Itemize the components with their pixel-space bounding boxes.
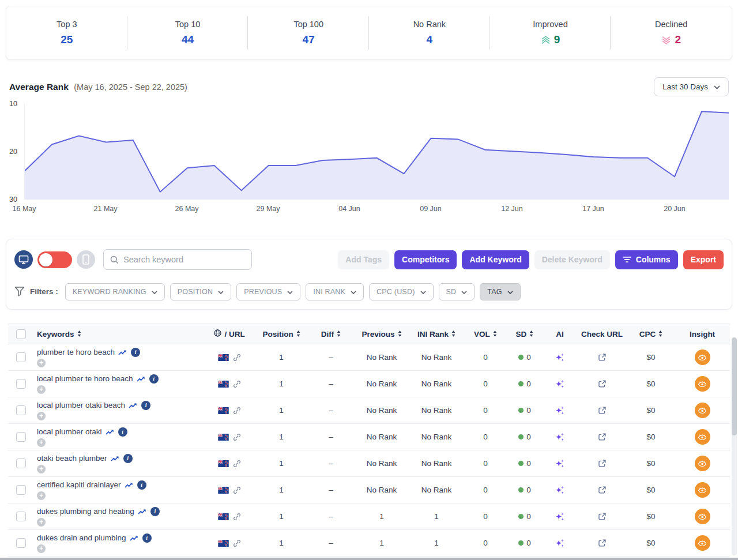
link-icon[interactable] [233,539,241,547]
sort-icon[interactable] [398,330,402,339]
sort-icon[interactable] [658,330,662,339]
add-tag-plus-icon[interactable]: + [37,359,46,367]
insight-eye-icon[interactable] [695,349,710,365]
ai-sparkles-icon[interactable] [555,512,565,522]
keyword-text[interactable]: local plumber otaki beach [37,401,125,409]
keyword-text[interactable]: local plumber otaki [37,427,102,436]
info-icon[interactable]: i [150,507,160,516]
trending-up-icon[interactable] [111,455,120,462]
external-link-icon[interactable] [598,539,607,547]
keyword-text[interactable]: dukes plumbing and heating [37,507,134,516]
insight-eye-icon[interactable] [695,429,710,445]
insight-eye-icon[interactable] [695,403,710,418]
info-icon[interactable]: i [137,480,146,490]
insight-eye-icon[interactable] [695,535,710,551]
ai-sparkles-icon[interactable] [555,405,565,416]
sort-icon[interactable] [77,330,81,339]
add-keyword-button[interactable]: Add Keyword [462,250,529,269]
insight-eye-icon[interactable] [695,482,710,498]
period-dropdown[interactable]: Last 30 Days [654,77,729,96]
col-cpc[interactable]: CPC [627,330,675,339]
external-link-icon[interactable] [598,379,607,388]
info-icon[interactable]: i [149,374,159,384]
sort-icon[interactable] [529,330,533,339]
vertical-scrollbar[interactable] [732,337,737,555]
keyword-text[interactable]: dukes drain and plumbing [37,533,126,542]
trending-up-icon[interactable] [137,375,146,382]
link-icon[interactable] [233,380,241,388]
link-icon[interactable] [233,354,241,362]
ai-sparkles-icon[interactable] [555,485,565,495]
filter-cpc[interactable]: CPC (USD) [369,283,433,300]
col-previous[interactable]: Previous [355,330,408,339]
insight-eye-icon[interactable] [695,509,710,524]
filter-position[interactable]: POSITION [170,283,231,300]
external-link-icon[interactable] [598,353,607,362]
filter-previous[interactable]: PREVIOUS [236,283,300,300]
add-tag-plus-icon[interactable]: + [37,465,46,473]
external-link-icon[interactable] [598,512,607,521]
link-icon[interactable] [233,407,241,415]
external-link-icon[interactable] [598,459,607,468]
scrollbar-thumb[interactable] [732,337,737,435]
desktop-device-button[interactable] [14,250,33,269]
link-icon[interactable] [233,433,241,441]
search-keyword-input[interactable] [123,255,245,264]
row-checkbox[interactable] [16,512,26,521]
add-tag-plus-icon[interactable]: + [37,518,46,527]
select-all-checkbox[interactable] [16,329,26,339]
keyword-text[interactable]: local plumber te horo beach [37,374,133,383]
ai-sparkles-icon[interactable] [555,352,565,363]
filter-tag[interactable]: TAG [480,283,520,300]
col-ini-rank[interactable]: INI Rank [408,330,465,339]
trending-up-icon[interactable] [129,402,138,409]
filter-keyword-ranking[interactable]: KEYWORD RANKING [65,283,165,300]
insight-eye-icon[interactable] [695,456,710,471]
trending-up-icon[interactable] [138,508,147,515]
add-tag-plus-icon[interactable]: + [37,385,46,394]
trending-up-icon[interactable] [130,535,139,542]
col-sd[interactable]: SD [506,330,543,339]
link-icon[interactable] [233,460,241,468]
link-icon[interactable] [233,513,241,521]
ai-sparkles-icon[interactable] [555,538,565,548]
sort-icon[interactable] [451,330,455,339]
device-toggle[interactable] [37,251,72,268]
trending-up-icon[interactable] [125,482,134,488]
col-position[interactable]: Position [256,330,307,339]
row-checkbox[interactable] [16,458,26,468]
columns-button[interactable]: Columns [615,250,678,269]
add-tags-button[interactable]: Add Tags [338,250,389,269]
horizontal-scrollbar[interactable] [0,558,738,560]
mobile-device-button[interactable] [77,250,95,269]
add-tag-plus-icon[interactable]: + [37,412,46,420]
row-checkbox[interactable] [16,485,26,495]
row-checkbox[interactable] [16,352,26,362]
export-button[interactable]: Export [683,250,724,269]
keyword-text[interactable]: otaki beach plumber [37,454,107,463]
col-keywords[interactable]: Keywords [33,330,203,339]
info-icon[interactable]: i [118,427,127,437]
col-vol[interactable]: VOL [465,330,506,339]
add-tag-plus-icon[interactable]: + [37,544,46,553]
external-link-icon[interactable] [598,433,607,441]
link-icon[interactable] [233,486,241,494]
sort-icon[interactable] [296,330,300,339]
competitors-button[interactable]: Competitors [394,250,457,269]
info-icon[interactable]: i [142,533,152,543]
row-checkbox[interactable] [16,379,26,389]
filter-ini-rank[interactable]: INI RANK [306,283,364,300]
info-icon[interactable]: i [131,348,140,357]
trending-up-icon[interactable] [118,349,127,356]
info-icon[interactable]: i [141,401,150,410]
ai-sparkles-icon[interactable] [555,432,565,442]
info-icon[interactable]: i [123,454,133,463]
sort-icon[interactable] [493,330,497,339]
row-checkbox[interactable] [16,432,26,442]
external-link-icon[interactable] [598,486,607,494]
ai-sparkles-icon[interactable] [555,379,565,389]
keyword-text[interactable]: plumber te horo beach [37,348,115,356]
external-link-icon[interactable] [598,406,607,415]
trending-up-icon[interactable] [106,429,115,435]
add-tag-plus-icon[interactable]: + [37,491,46,500]
